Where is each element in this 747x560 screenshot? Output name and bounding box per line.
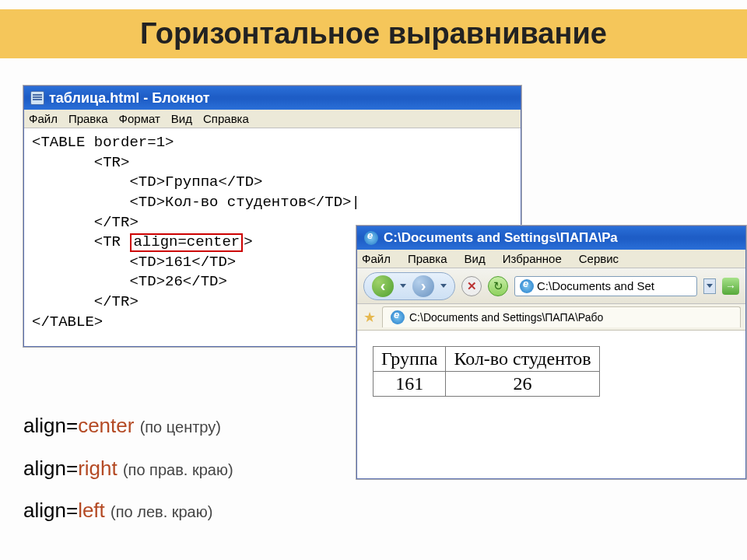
- menu-edit[interactable]: Правка: [68, 112, 108, 125]
- legend-value: left: [78, 499, 105, 522]
- favorites-star-icon[interactable]: ★: [362, 310, 377, 325]
- ie-menu-favorites[interactable]: Избранное: [503, 252, 562, 265]
- ie-titlebar: C:\Documents and Settings\ПАПА\Ра: [357, 226, 745, 250]
- back-dropdown-icon[interactable]: [400, 284, 406, 288]
- page-title: Горизонтальное выравнивание: [0, 9, 747, 58]
- menu-view[interactable]: Вид: [171, 112, 192, 125]
- address-bar[interactable]: C:\Documents and Set: [514, 276, 697, 296]
- legend-line: align=center (по центру): [23, 404, 233, 447]
- ie-page-icon: [520, 279, 534, 293]
- legend-note: (по лев. краю): [110, 503, 212, 520]
- tab-title: C:\Documents and Settings\ПАПА\Рабо: [409, 311, 603, 324]
- refresh-button[interactable]: ↻: [488, 276, 508, 296]
- code-line: <TD>Группа</TD>: [32, 173, 262, 191]
- notepad-icon: [30, 91, 44, 105]
- code-line: <TR>: [32, 154, 129, 171]
- browser-tab[interactable]: C:\Documents and Settings\ПАПА\Рабо: [382, 306, 741, 327]
- ie-menu-view[interactable]: Вид: [465, 252, 486, 265]
- legend-value: right: [78, 457, 117, 480]
- table-cell: 26: [446, 372, 599, 397]
- nav-buttons-group: [363, 272, 455, 300]
- code-line: <TD>161</TD>: [32, 254, 236, 271]
- ie-menubar: Файл Правка Вид Избранное Сервис: [357, 250, 745, 268]
- menu-file[interactable]: Файл: [29, 112, 58, 125]
- notepad-menubar: Файл Правка Формат Вид Справка: [24, 110, 521, 128]
- legend-note: (по прав. краю): [123, 461, 233, 478]
- ie-title-text: C:\Documents and Settings\ПАПА\Ра: [384, 230, 618, 246]
- address-text: C:\Documents and Set: [537, 279, 654, 292]
- table-cell: Кол-во студентов: [446, 347, 599, 372]
- ie-page-content: Группа Кол-во студентов 161 26: [357, 331, 745, 478]
- ie-toolbar: ✕ ↻ C:\Documents and Set: [357, 268, 745, 304]
- code-line: </TABLE>: [32, 313, 103, 331]
- code-line: >: [244, 233, 252, 250]
- menu-help[interactable]: Справка: [203, 112, 249, 125]
- address-dropdown[interactable]: [703, 278, 716, 294]
- legend-note: (по центру): [140, 418, 221, 436]
- alignment-legend: align=center (по центру) align=right (по…: [23, 404, 233, 532]
- code-line: <TR: [32, 233, 129, 250]
- highlighted-attr: align=center: [130, 233, 243, 252]
- code-line: <TD>26</TD>: [32, 273, 227, 290]
- notepad-title-text: таблица.html - Блокнот: [49, 90, 210, 107]
- legend-line: align=right (по прав. краю): [23, 447, 233, 490]
- notepad-titlebar: таблица.html - Блокнот: [24, 86, 521, 110]
- go-button[interactable]: [722, 278, 739, 295]
- table-row: 161 26: [374, 372, 600, 397]
- forward-dropdown-icon[interactable]: [440, 284, 447, 288]
- tab-ie-icon: [391, 310, 405, 324]
- back-button[interactable]: [372, 275, 394, 297]
- table-cell: Группа: [374, 347, 446, 372]
- ie-icon: [363, 230, 379, 246]
- ie-menu-edit[interactable]: Правка: [408, 252, 447, 265]
- legend-line: align=left (по лев. краю): [23, 489, 233, 532]
- menu-format[interactable]: Формат: [119, 112, 160, 125]
- ie-menu-tools[interactable]: Сервис: [579, 252, 619, 265]
- legend-keyword: align=: [23, 499, 78, 522]
- legend-value: center: [78, 414, 134, 437]
- table-row: Группа Кол-во студентов: [374, 347, 600, 372]
- code-line: <TD>Кол-во студентов</TD>|: [32, 194, 360, 211]
- legend-keyword: align=: [23, 457, 78, 480]
- table-cell: 161: [374, 372, 446, 397]
- stop-button[interactable]: ✕: [461, 276, 482, 296]
- ie-menu-file[interactable]: Файл: [362, 252, 391, 265]
- forward-button[interactable]: [412, 275, 434, 297]
- rendered-table: Группа Кол-во студентов 161 26: [373, 346, 600, 397]
- ie-window: C:\Documents and Settings\ПАПА\Ра Файл П…: [356, 226, 746, 479]
- code-line: </TR>: [32, 214, 139, 231]
- ie-tabbar: ★ C:\Documents and Settings\ПАПА\Рабо: [357, 304, 745, 331]
- code-line: <TABLE border=1>: [32, 134, 174, 151]
- legend-keyword: align=: [23, 414, 78, 437]
- code-line: </TR>: [32, 293, 139, 310]
